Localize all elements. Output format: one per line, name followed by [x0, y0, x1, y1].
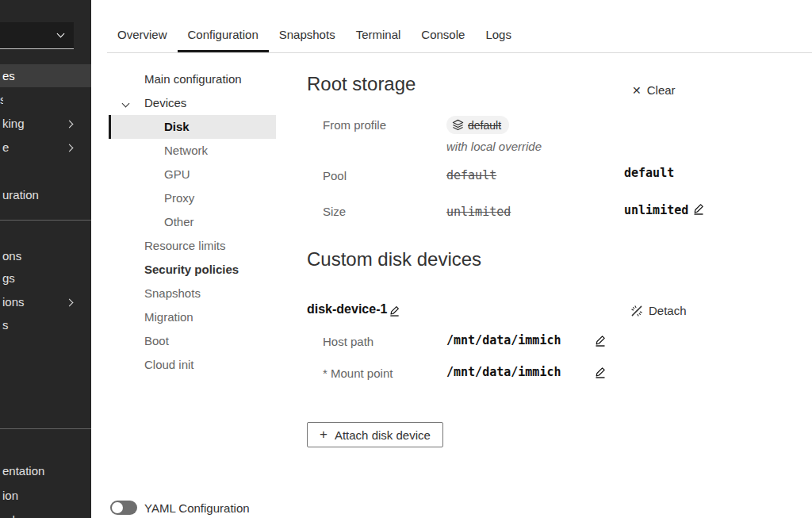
sidebar-item-label: ion	[2, 489, 18, 502]
local-override-note: with local override	[446, 140, 542, 153]
confignav-devices[interactable]: Devices	[109, 91, 276, 115]
sidebar-item-documentation[interactable]: entation	[0, 459, 91, 482]
tab-logs[interactable]: Logs	[475, 28, 522, 52]
sidebar-item-label: a bug	[2, 513, 33, 518]
mount-point-label: * Mount point	[323, 366, 393, 380]
toggle-knob	[112, 502, 123, 513]
sidebar-item-configuration[interactable]: uration	[0, 183, 91, 206]
mount-point-value: /mnt/data/immich	[446, 365, 561, 379]
root-storage-heading: Root storage	[307, 73, 416, 95]
chevron-down-icon	[122, 100, 130, 108]
yaml-configuration-toggle[interactable]: YAML Configuration	[110, 501, 250, 515]
confignav-gpu[interactable]: GPU	[109, 163, 276, 186]
sidebar-item-permissions[interactable]: ions	[0, 290, 91, 313]
chevron-right-icon	[66, 144, 74, 152]
chevron-right-icon	[66, 299, 74, 307]
sidebar-item-networking[interactable]: king	[0, 112, 91, 135]
sidebar-item-instances[interactable]: es	[0, 64, 91, 87]
size-override-value: unlimited	[624, 203, 688, 217]
pool-label: Pool	[323, 169, 347, 182]
confignav-other[interactable]: Other	[109, 210, 276, 234]
toggle-switch-off	[110, 501, 137, 515]
custom-disk-devices-heading: Custom disk devices	[307, 248, 481, 271]
detach-button-label: Detach	[649, 304, 687, 317]
pool-override-value: default	[624, 166, 674, 180]
profile-badge[interactable]: default	[446, 116, 509, 134]
disconnect-icon	[630, 305, 643, 317]
sidebar-item-label: uration	[2, 188, 39, 201]
sidebar-item-label: gs	[2, 271, 15, 285]
sidebar-item-storage[interactable]: e	[0, 136, 91, 159]
attach-disk-device-button[interactable]: + Attach disk device	[307, 422, 443, 447]
profile-badge-label: default	[468, 119, 501, 132]
tab-terminal[interactable]: Terminal	[346, 28, 412, 52]
confignav-main-configuration[interactable]: Main configuration	[109, 67, 276, 91]
sidebar-item-label: s	[0, 88, 3, 111]
tab-overview[interactable]: Overview	[107, 28, 178, 52]
confignav-disk[interactable]: Disk	[109, 115, 276, 139]
tab-configuration[interactable]: Configuration	[178, 28, 269, 52]
sidebar-item-warnings[interactable]: gs	[0, 267, 91, 290]
disk-device-name: disk-device-1	[307, 302, 387, 317]
sidebar-item-label: ons	[2, 249, 21, 263]
attach-button-label: Attach disk device	[335, 428, 431, 442]
pool-inherited-value: default	[446, 168, 496, 182]
size-label: Size	[323, 205, 346, 218]
sidebar-item-label: ions	[2, 295, 25, 309]
edit-device-name-pencil-icon[interactable]	[389, 305, 401, 317]
sidebar-item-label: e	[2, 140, 9, 154]
confignav-security-policies[interactable]: Security policies	[109, 258, 276, 282]
sidebar-item-report-a-bug[interactable]: a bug	[0, 508, 91, 518]
plus-icon: +	[320, 428, 327, 441]
confignav-boot[interactable]: Boot	[109, 329, 276, 353]
sidebar-item-discussion[interactable]: ion	[0, 484, 91, 507]
sidebar-item-operations[interactable]: ons	[0, 244, 91, 267]
detach-device-button[interactable]: Detach	[630, 304, 687, 317]
confignav-network[interactable]: Network	[109, 139, 276, 163]
tab-console[interactable]: Console	[411, 28, 475, 52]
clear-button-label: Clear	[647, 83, 676, 97]
chevron-down-icon	[57, 30, 65, 38]
host-path-label: Host path	[323, 335, 373, 348]
from-profile-label: From profile	[323, 118, 386, 132]
configuration-nav: Main configuration Devices Disk Network …	[109, 67, 276, 377]
close-icon: ✕	[632, 85, 642, 96]
sidebar-item-settings[interactable]: s	[0, 313, 91, 336]
confignav-proxy[interactable]: Proxy	[109, 186, 276, 210]
app-sidebar: es s king e uration ons gs ions s	[0, 0, 91, 518]
confignav-label: Devices	[144, 96, 186, 109]
size-inherited-value: unlimited	[446, 205, 511, 219]
edit-size-pencil-icon[interactable]	[692, 202, 705, 215]
clear-override-button[interactable]: ✕ Clear	[632, 83, 676, 97]
chevron-right-icon	[66, 121, 74, 129]
sidebar-item-label: es	[2, 69, 15, 82]
confignav-cloud-init[interactable]: Cloud init	[109, 353, 276, 377]
layers-icon	[452, 119, 464, 131]
sidebar-item-label: entation	[2, 464, 44, 478]
sidebar-item-label: king	[2, 117, 25, 130]
yaml-toggle-label: YAML Configuration	[144, 501, 250, 515]
instance-tabs: Overview Configuration Snapshots Termina…	[107, 20, 812, 53]
project-selector[interactable]	[0, 22, 74, 49]
sidebar-item-label: s	[2, 318, 9, 332]
confignav-snapshots[interactable]: Snapshots	[109, 282, 276, 305]
edit-mount-point-pencil-icon[interactable]	[594, 366, 607, 378]
sidebar-item-profiles[interactable]: s	[0, 88, 91, 111]
confignav-migration[interactable]: Migration	[109, 305, 276, 329]
tab-snapshots[interactable]: Snapshots	[269, 28, 346, 52]
confignav-resource-limits[interactable]: Resource limits	[109, 234, 276, 258]
sidebar-divider	[0, 220, 91, 221]
lxd-instance-configuration-page: es s king e uration ons gs ions s	[0, 0, 812, 518]
sidebar-divider	[0, 428, 91, 429]
host-path-value: /mnt/data/immich	[446, 333, 561, 347]
edit-host-path-pencil-icon[interactable]	[594, 334, 607, 347]
